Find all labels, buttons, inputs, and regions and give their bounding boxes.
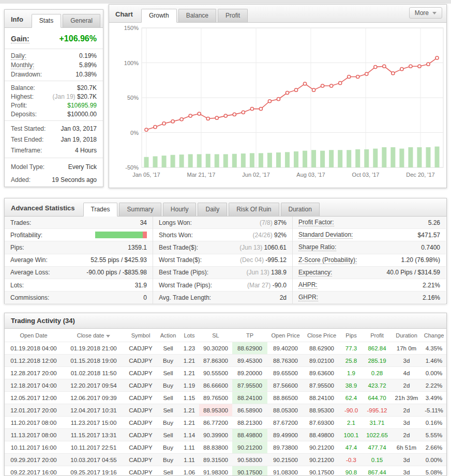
- data-point[interactable]: [171, 120, 174, 123]
- trade-cell-close: 09.25.2017 19:16: [63, 466, 125, 476]
- stat-value-text: 40.0 Pips / $314.59: [387, 269, 440, 276]
- data-point[interactable]: [154, 126, 157, 129]
- data-point[interactable]: [339, 82, 342, 85]
- trade-cell-open: 09.22.2017 16:00: [5, 466, 63, 476]
- column-header-pips[interactable]: Pips: [340, 329, 363, 342]
- trade-cell-action: Sell: [157, 466, 179, 476]
- data-point[interactable]: [303, 82, 306, 85]
- tab-risk-of-ruin[interactable]: Risk Of Ruin: [229, 203, 279, 216]
- column-header-close-price[interactable]: Close Price: [304, 329, 340, 342]
- volume-bar: [382, 147, 386, 167]
- data-point[interactable]: [233, 113, 236, 116]
- data-point[interactable]: [189, 114, 192, 117]
- data-point[interactable]: [365, 72, 368, 75]
- volume-bar: [373, 149, 378, 167]
- data-point[interactable]: [356, 75, 359, 78]
- data-point[interactable]: [330, 84, 333, 87]
- column-header-sl[interactable]: SL: [199, 329, 232, 342]
- y-axis-tick: 150%: [124, 25, 139, 31]
- tab-hourly[interactable]: Hourly: [163, 203, 197, 216]
- data-point[interactable]: [277, 98, 280, 101]
- data-point[interactable]: [392, 72, 395, 75]
- trade-row[interactable]: 12.05.2017 12:0012.06.2017 09:39CADJPYSe…: [5, 392, 446, 404]
- tab-general[interactable]: General: [63, 14, 100, 27]
- trade-row[interactable]: 01.12.2018 12:0001.15.2018 19:00CADJPYBu…: [5, 355, 446, 367]
- tab-summary[interactable]: Summary: [119, 203, 161, 216]
- volume-bar: [347, 150, 351, 167]
- profitability-bar: [95, 232, 147, 238]
- trade-cell-change: 4.35%: [422, 342, 446, 355]
- stat-value-text: 1.20 (76.98%): [401, 256, 440, 264]
- trade-row[interactable]: 09.29.2017 20:0010.03.2017 04:55CADJPYBu…: [5, 454, 446, 466]
- data-point[interactable]: [312, 88, 315, 91]
- data-point[interactable]: [250, 108, 253, 111]
- trade-cell-change: 0.00%: [422, 454, 446, 466]
- column-header-close-date[interactable]: Close date: [63, 329, 125, 342]
- tab-duration[interactable]: Duration: [281, 203, 320, 216]
- data-point[interactable]: [294, 88, 297, 91]
- trade-row[interactable]: 11.13.2017 08:0011.15.2017 13:31CADJPYSe…: [5, 429, 446, 441]
- data-point[interactable]: [206, 117, 209, 120]
- stat-label: Standard Deviation:: [298, 231, 353, 239]
- data-point[interactable]: [285, 91, 289, 94]
- trade-cell-symbol: CADJPY: [125, 355, 157, 367]
- column-header-lots[interactable]: Lots: [179, 329, 199, 342]
- stat-row: Shorts Won:(24/26) 92%: [153, 229, 292, 241]
- column-header-symbol[interactable]: Symbol: [125, 329, 157, 342]
- trade-cell-pips: 100.1: [340, 429, 363, 441]
- data-point[interactable]: [145, 128, 148, 131]
- data-point[interactable]: [180, 118, 183, 121]
- data-point[interactable]: [259, 108, 262, 111]
- trade-cell-profit: 1022.65: [363, 429, 392, 441]
- data-point[interactable]: [427, 63, 430, 66]
- data-point[interactable]: [409, 65, 412, 68]
- tab-profit[interactable]: Profit: [218, 9, 248, 22]
- tab-balance[interactable]: Balance: [178, 9, 216, 22]
- tab-stats[interactable]: Stats: [32, 14, 61, 28]
- column-header-open-date[interactable]: Open Date: [5, 329, 63, 342]
- column-header-tp[interactable]: TP: [232, 329, 267, 342]
- trade-row[interactable]: 09.22.2017 16:0009.25.2017 19:16CADJPYSe…: [5, 466, 446, 476]
- column-header-change[interactable]: Change: [422, 329, 446, 342]
- data-point[interactable]: [162, 122, 166, 125]
- data-point[interactable]: [321, 84, 324, 87]
- data-point[interactable]: [215, 116, 218, 119]
- trade-row[interactable]: 10.11.2017 16:0010.11.2017 22:51CADJPYBu…: [5, 441, 446, 454]
- data-point[interactable]: [348, 75, 351, 78]
- stat-label: Shorts Won:: [159, 232, 193, 239]
- trade-cell-sl: 90.30200: [199, 342, 232, 355]
- trade-row[interactable]: 12.01.2017 20:0012.04.2017 10:31CADJPYSe…: [5, 404, 446, 417]
- trade-row[interactable]: 11.20.2017 08:0011.23.2017 15:00CADJPYBu…: [5, 417, 446, 429]
- trade-cell-profit: 31.71: [363, 417, 392, 429]
- data-point[interactable]: [400, 68, 403, 71]
- stat-row-monthly: Monthly: 5.89%: [5, 60, 103, 70]
- trade-cell-change: 1.46%: [422, 355, 446, 367]
- stat-value-text: 0: [143, 294, 147, 301]
- data-point[interactable]: [224, 114, 227, 117]
- x-axis-tick: Jan 05, '17: [132, 172, 160, 178]
- trade-cell-open_price: 88.05300: [267, 404, 304, 417]
- volume-bar: [364, 149, 369, 167]
- column-header-open-price[interactable]: Open Price: [267, 329, 304, 342]
- chevron-down-icon: [432, 12, 437, 14]
- data-point[interactable]: [418, 65, 421, 68]
- data-point[interactable]: [242, 111, 245, 114]
- column-header-profit[interactable]: Profit: [363, 329, 392, 342]
- data-point[interactable]: [374, 66, 377, 69]
- tab-daily[interactable]: Daily: [198, 203, 227, 216]
- column-header-action[interactable]: Action: [157, 329, 179, 342]
- trade-row[interactable]: 12.28.2017 20:0001.02.2018 11:50CADJPYSe…: [5, 367, 446, 379]
- data-point[interactable]: [435, 56, 439, 59]
- trade-row[interactable]: 12.18.2017 04:0012.20.2017 09:54CADJPYBu…: [5, 379, 446, 392]
- trade-row[interactable]: 01.19.2018 04:0001.19.2018 21:00CADJPYSe…: [5, 342, 446, 355]
- data-point[interactable]: [268, 100, 271, 103]
- column-header-duration[interactable]: Duration: [392, 329, 422, 342]
- data-point[interactable]: [198, 112, 201, 115]
- tab-trades[interactable]: Trades: [83, 203, 118, 217]
- more-button[interactable]: More: [409, 7, 442, 19]
- tab-growth[interactable]: Growth: [141, 9, 177, 23]
- stat-label: Best Trade($):: [159, 244, 198, 251]
- data-point[interactable]: [383, 65, 386, 68]
- stat-value: 2.21%: [423, 282, 440, 289]
- growth-chart-svg: 150%100%50%0%-50%Jan 05, '17Mar 21, '17J…: [109, 23, 446, 188]
